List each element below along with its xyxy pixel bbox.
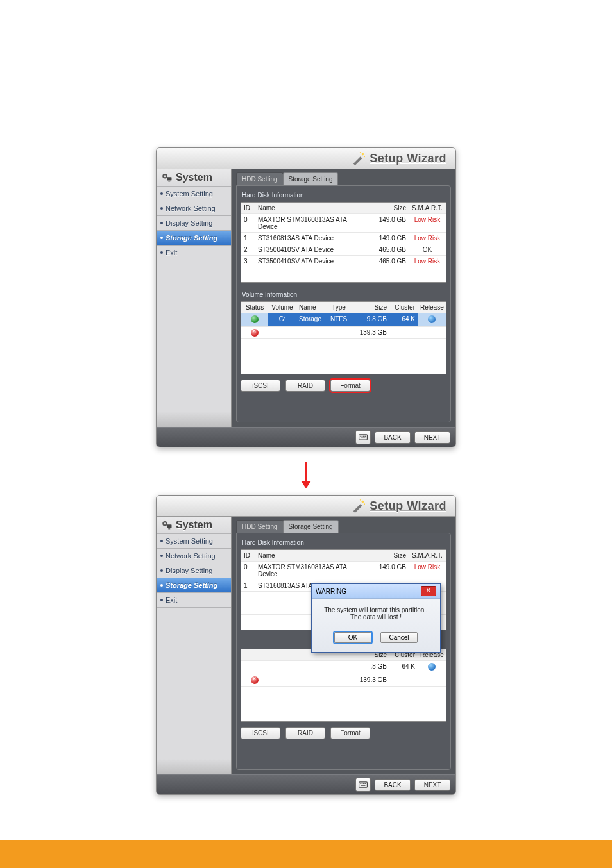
sidebar-item-exit[interactable]: Exit (157, 246, 231, 260)
release-icon[interactable] (428, 315, 436, 323)
keyboard-icon (359, 434, 368, 440)
next-button[interactable]: NEXT (414, 779, 450, 791)
svg-rect-27 (361, 785, 366, 786)
sidebar: System System Setting Network Setting Di… (157, 169, 232, 427)
volume-row[interactable]: 139.3 GB (241, 674, 446, 687)
col-size[interactable]: Size (370, 203, 409, 213)
gear-monitor-icon (160, 172, 173, 183)
gear-monitor-icon (160, 519, 173, 531)
col-vsize[interactable]: Size (353, 302, 389, 313)
svg-rect-26 (364, 783, 366, 784)
hdd-row[interactable]: 0 MAXTOR STM3160813AS ATA Device 149.0 G… (241, 214, 446, 233)
svg-rect-12 (361, 438, 366, 438)
wizard-header: Setup Wizard (157, 496, 455, 517)
release-icon[interactable] (428, 663, 436, 671)
sidebar-item-system-setting[interactable]: System Setting (157, 534, 231, 549)
sidebar-item-display-setting[interactable]: Display Setting (157, 563, 231, 578)
volume-row[interactable]: G: Storage NTFS 9.8 GB 64 K (241, 313, 446, 327)
tab-storage-setting[interactable]: Storage Setting (283, 172, 339, 185)
sidebar-item-system-setting[interactable]: System Setting (157, 187, 231, 201)
keyboard-button[interactable] (355, 778, 371, 792)
svg-point-2 (364, 156, 365, 157)
col-id[interactable]: ID (241, 203, 255, 213)
format-button[interactable]: Format (330, 727, 370, 739)
sidebar-title: System (157, 169, 231, 187)
col-volume[interactable]: Volume (268, 302, 296, 313)
hdd-row[interactable]: 0 MAXTOR STM3160813AS ATA Device 149.0 G… (241, 562, 446, 580)
main-panel: HDD Setting Storage Setting Hard Disk In… (232, 169, 455, 427)
col-type[interactable]: Type (324, 302, 353, 313)
col-status[interactable]: Status (241, 302, 268, 313)
svg-rect-21 (168, 528, 170, 529)
hdd-row[interactable]: 3 ST3500410SV ATA Device 465.0 GB Low Ri… (241, 256, 446, 267)
iscsi-button[interactable]: iSCSI (241, 380, 280, 392)
col-id[interactable]: ID (241, 550, 255, 561)
keyboard-button[interactable] (355, 430, 371, 444)
svg-rect-20 (167, 524, 172, 528)
sidebar-item-network-setting[interactable]: Network Setting (157, 201, 231, 216)
sidebar: System System Setting Network Setting Di… (157, 517, 232, 774)
col-release[interactable]: Release (418, 302, 446, 313)
svg-rect-7 (359, 435, 368, 440)
volume-table: Size Cluster Release .8 GB 64 K (241, 649, 446, 722)
vol-section-title: Volume Information (241, 289, 446, 301)
wand-icon (352, 151, 366, 165)
volume-row[interactable]: 139.3 GB (241, 327, 446, 339)
col-size[interactable]: Size (370, 550, 409, 561)
col-smart[interactable]: S.M.A.R.T. (409, 203, 446, 213)
svg-point-16 (360, 499, 361, 501)
svg-rect-25 (363, 783, 364, 784)
dialog-cancel-button[interactable]: Cancel (380, 632, 418, 643)
dialog-close-button[interactable]: ✕ (421, 586, 436, 596)
tab-storage-setting[interactable]: Storage Setting (283, 520, 339, 533)
svg-rect-10 (363, 436, 364, 437)
svg-point-4 (164, 175, 166, 177)
back-button[interactable]: BACK (375, 779, 411, 791)
wizard-title: Setup Wizard (370, 499, 446, 513)
col-name[interactable]: Name (255, 550, 370, 561)
svg-point-19 (164, 522, 166, 524)
tab-hdd-setting[interactable]: HDD Setting (236, 520, 284, 533)
col-vname[interactable]: Name (296, 302, 324, 313)
hdd-row[interactable]: 2 ST3500410SV ATA Device 465.0 GB OK (241, 244, 446, 256)
sidebar-item-display-setting[interactable]: Display Setting (157, 216, 231, 231)
svg-point-15 (362, 501, 364, 503)
wizard-title: Setup Wizard (370, 152, 446, 165)
status-ok-icon (251, 315, 259, 323)
sidebar-item-storage-setting[interactable]: Storage Setting (157, 578, 231, 593)
svg-marker-14 (301, 481, 311, 488)
svg-rect-22 (359, 782, 368, 787)
hdd-section-title: Hard Disk Information (241, 537, 446, 549)
svg-point-0 (362, 153, 364, 156)
col-name[interactable]: Name (255, 203, 370, 213)
main-panel: HDD Setting Storage Setting Hard Disk In… (232, 517, 455, 774)
sidebar-item-exit[interactable]: Exit (157, 593, 231, 608)
volume-row[interactable]: .8 GB 64 K (241, 661, 446, 674)
wand-icon (352, 499, 366, 513)
hdd-row[interactable]: 1 ST3160813AS ATA Device 149.0 GB Low Ri… (241, 233, 446, 244)
raid-button[interactable]: RAID (285, 727, 325, 739)
svg-rect-24 (362, 783, 363, 784)
sidebar-item-storage-setting[interactable]: Storage Setting (157, 231, 231, 246)
arrow-down-icon (298, 460, 314, 491)
dialog-ok-button[interactable]: OK (334, 632, 371, 643)
svg-rect-5 (167, 177, 172, 180)
iscsi-button[interactable]: iSCSI (241, 727, 280, 739)
volume-table: Status Volume Name Type Size Cluster Rel… (241, 301, 446, 374)
back-button[interactable]: BACK (375, 431, 411, 444)
col-smart[interactable]: S.M.A.R.T. (409, 550, 446, 561)
tab-hdd-setting[interactable]: HDD Setting (236, 172, 284, 185)
svg-point-17 (364, 503, 365, 505)
svg-point-1 (360, 152, 361, 153)
svg-rect-6 (168, 181, 170, 181)
format-button[interactable]: Format (330, 380, 370, 392)
wizard-header: Setup Wizard (157, 148, 455, 169)
status-error-icon (251, 676, 259, 684)
svg-rect-11 (364, 436, 366, 437)
status-error-icon (251, 329, 259, 337)
sidebar-item-network-setting[interactable]: Network Setting (157, 549, 231, 563)
raid-button[interactable]: RAID (285, 380, 325, 392)
next-button[interactable]: NEXT (414, 431, 450, 444)
page-footer-bar (0, 840, 612, 868)
col-cluster[interactable]: Cluster (389, 302, 418, 313)
